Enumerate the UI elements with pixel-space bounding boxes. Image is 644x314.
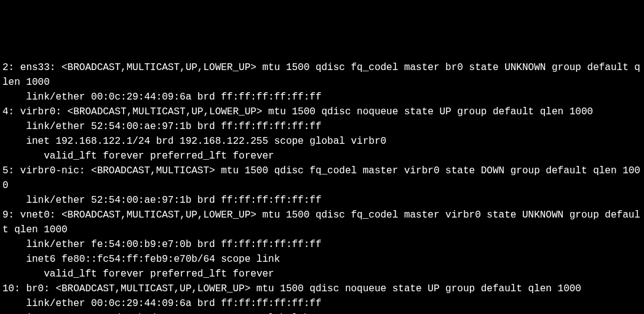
- output-line: inet 10.1.1.234/24 brd 10.1.1.255 scope …: [2, 311, 642, 314]
- output-line: link/ether 52:54:00:ae:97:1b brd ff:ff:f…: [2, 119, 642, 134]
- output-line: 5: virbr0-nic: <BROADCAST,MULTICAST> mtu…: [2, 163, 642, 193]
- output-line: link/ether 00:0c:29:44:09:6a brd ff:ff:f…: [2, 296, 642, 311]
- terminal-output[interactable]: 2: ens33: <BROADCAST,MULTICAST,UP,LOWER_…: [2, 60, 642, 314]
- output-line: 2: ens33: <BROADCAST,MULTICAST,UP,LOWER_…: [2, 60, 642, 90]
- output-line: valid_lft forever preferred_lft forever: [2, 149, 642, 163]
- output-line: link/ether fe:54:00:b9:e7:0b brd ff:ff:f…: [2, 237, 642, 252]
- output-line: 4: virbr0: <BROADCAST,MULTICAST,UP,LOWER…: [2, 104, 642, 119]
- output-line: inet 192.168.122.1/24 brd 192.168.122.25…: [2, 134, 642, 149]
- output-line: 10: br0: <BROADCAST,MULTICAST,UP,LOWER_U…: [2, 281, 642, 296]
- output-line: 9: vnet0: <BROADCAST,MULTICAST,UP,LOWER_…: [2, 208, 642, 237]
- output-line: link/ether 52:54:00:ae:97:1b brd ff:ff:f…: [2, 193, 642, 208]
- output-line: inet6 fe80::fc54:ff:feb9:e70b/64 scope l…: [2, 252, 642, 267]
- output-line: valid_lft forever preferred_lft forever: [2, 267, 642, 281]
- output-line: link/ether 00:0c:29:44:09:6a brd ff:ff:f…: [2, 90, 642, 104]
